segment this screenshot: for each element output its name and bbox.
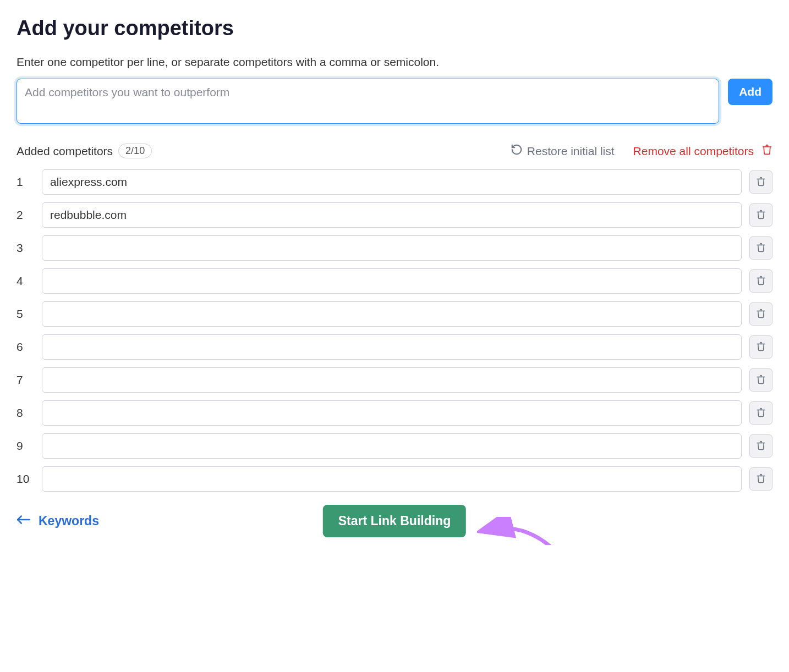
competitor-field[interactable] — [42, 235, 742, 261]
trash-icon — [756, 242, 766, 255]
trash-icon — [756, 176, 766, 189]
competitor-row: 8 — [17, 400, 772, 426]
competitor-field[interactable] — [42, 169, 742, 195]
row-number: 9 — [17, 439, 34, 453]
added-competitors-label: Added competitors — [17, 145, 113, 158]
instructions-text: Enter one competitor per line, or separa… — [17, 56, 772, 69]
row-number: 5 — [17, 307, 34, 321]
footer-row: Keywords Start Link Building — [17, 514, 772, 528]
row-number: 6 — [17, 340, 34, 354]
remove-all-link[interactable]: Remove all competitors — [633, 144, 772, 158]
competitor-count-badge: 2/10 — [118, 144, 152, 158]
competitor-rows: 12345678910 — [17, 169, 772, 492]
add-button[interactable]: Add — [728, 79, 772, 105]
competitor-row: 1 — [17, 169, 772, 195]
restore-icon — [511, 144, 523, 158]
competitor-field[interactable] — [42, 334, 742, 360]
row-number: 1 — [17, 175, 34, 189]
delete-row-button[interactable] — [749, 335, 772, 359]
trash-icon — [756, 308, 766, 321]
competitor-field[interactable] — [42, 433, 742, 459]
delete-row-button[interactable] — [749, 302, 772, 326]
competitor-row: 2 — [17, 202, 772, 228]
competitor-row: 10 — [17, 466, 772, 492]
row-number: 10 — [17, 472, 34, 486]
trash-icon — [756, 209, 766, 222]
competitor-field[interactable] — [42, 400, 742, 426]
competitor-list-header: Added competitors 2/10 Restore initial l… — [17, 144, 772, 158]
delete-row-button[interactable] — [749, 170, 772, 194]
restore-list-link[interactable]: Restore initial list — [511, 144, 615, 158]
remove-all-label: Remove all competitors — [633, 145, 754, 158]
page-title: Add your competitors — [17, 16, 772, 40]
competitor-field[interactable] — [42, 202, 742, 228]
arrow-left-icon — [17, 514, 31, 528]
delete-row-button[interactable] — [749, 236, 772, 260]
start-link-building-button[interactable]: Start Link Building — [323, 505, 466, 537]
row-number: 4 — [17, 274, 34, 288]
trash-icon — [756, 473, 766, 486]
restore-list-label: Restore initial list — [527, 145, 615, 158]
keywords-label: Keywords — [39, 514, 99, 528]
annotation-arrow-icon — [477, 517, 576, 545]
competitor-field[interactable] — [42, 466, 742, 492]
delete-row-button[interactable] — [749, 467, 772, 491]
trash-icon — [756, 407, 766, 420]
row-number: 8 — [17, 406, 34, 420]
trash-icon — [761, 144, 772, 158]
competitor-field[interactable] — [42, 301, 742, 327]
trash-icon — [756, 374, 766, 387]
competitor-row: 4 — [17, 268, 772, 294]
keywords-back-link[interactable]: Keywords — [17, 514, 99, 528]
row-number: 2 — [17, 208, 34, 222]
competitor-field[interactable] — [42, 268, 742, 294]
trash-icon — [756, 275, 766, 288]
competitor-row: 5 — [17, 301, 772, 327]
delete-row-button[interactable] — [749, 203, 772, 227]
competitor-row: 6 — [17, 334, 772, 360]
delete-row-button[interactable] — [749, 434, 772, 458]
delete-row-button[interactable] — [749, 401, 772, 425]
competitor-row: 3 — [17, 235, 772, 261]
delete-row-button[interactable] — [749, 368, 772, 392]
row-number: 3 — [17, 241, 34, 255]
trash-icon — [756, 341, 766, 354]
competitor-field[interactable] — [42, 367, 742, 393]
delete-row-button[interactable] — [749, 269, 772, 293]
row-number: 7 — [17, 373, 34, 387]
competitor-row: 7 — [17, 367, 772, 393]
competitor-input-row: Add — [17, 79, 772, 124]
competitor-input[interactable] — [17, 79, 719, 124]
competitor-row: 9 — [17, 433, 772, 459]
trash-icon — [756, 440, 766, 453]
